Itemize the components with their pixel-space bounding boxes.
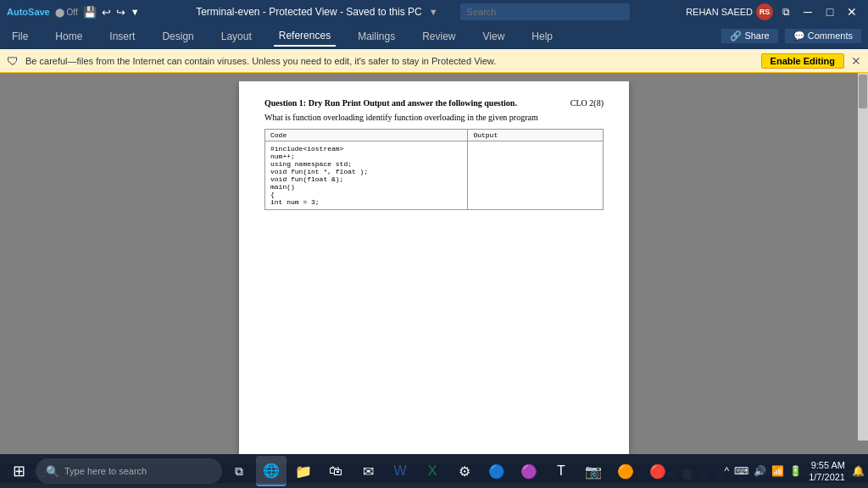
title-search-input[interactable] xyxy=(460,3,630,20)
system-icons: ^ ⌨ 🔊 📶 🔋 xyxy=(725,465,803,477)
close-protected-bar-button[interactable]: ✕ xyxy=(851,54,861,68)
keyboard-icon[interactable]: ⌨ xyxy=(734,465,748,477)
app2-button[interactable]: 🔵 xyxy=(481,456,512,486)
scrollbar[interactable] xyxy=(858,73,868,441)
edge-button[interactable]: 🌐 xyxy=(256,456,287,486)
battery-icon[interactable]: 🔋 xyxy=(789,465,802,477)
shield-icon: 🛡 xyxy=(7,54,19,68)
tab-design[interactable]: Design xyxy=(157,27,198,46)
tab-mailings[interactable]: Mailings xyxy=(353,27,400,46)
tab-help[interactable]: Help xyxy=(526,27,558,46)
protected-view-bar: 🛡 Be careful—files from the Internet can… xyxy=(0,49,868,73)
customize-icon[interactable]: ▼ xyxy=(131,7,140,17)
tab-view[interactable]: View xyxy=(478,27,510,46)
autosave-label: AutoSave xyxy=(7,7,50,17)
clock[interactable]: 9:55 AM 1/7/2021 xyxy=(809,459,845,484)
save-icon[interactable]: 💾 xyxy=(83,6,97,19)
notification-icon[interactable]: 🔔 xyxy=(852,465,865,477)
store-button[interactable]: 🛍 xyxy=(320,456,351,486)
title-bar-right: REHAN SAEED RS ⧉ ─ □ ✕ xyxy=(686,3,861,20)
scroll-thumb[interactable] xyxy=(859,75,867,108)
window-title: Terminal-even - Protected View - Saved t… xyxy=(196,6,422,18)
code-content: #include<iostream> num++; using namespac… xyxy=(265,141,468,210)
tab-file[interactable]: File xyxy=(7,27,33,46)
avatar: RS xyxy=(756,3,773,20)
search-icon: 🔍 xyxy=(46,465,59,478)
mail-button[interactable]: ✉ xyxy=(353,456,383,486)
table-row: #include<iostream> num++; using namespac… xyxy=(265,141,604,210)
ribbon: File Home Insert Design Layout Reference… xyxy=(0,24,868,49)
taskbar-right: ^ ⌨ 🔊 📶 🔋 9:55 AM 1/7/2021 🔔 xyxy=(725,459,865,484)
col-header-output: Output xyxy=(468,130,604,141)
app3-button[interactable]: 🟣 xyxy=(514,456,544,486)
chrome-button[interactable]: 🔴 xyxy=(643,456,673,486)
title-bar-center: Terminal-even - Protected View - Saved t… xyxy=(140,3,687,20)
wifi-icon[interactable]: 📶 xyxy=(771,465,784,477)
tab-home[interactable]: Home xyxy=(50,27,87,46)
document-page-1: Question 1: Dry Run Print Output and ans… xyxy=(239,81,629,454)
title-bar-left: AutoSave ⬤ Off 💾 ↩ ↪ ▼ xyxy=(7,6,140,19)
tab-references[interactable]: References xyxy=(274,26,336,47)
col-header-code: Code xyxy=(265,130,468,141)
redo-icon[interactable]: ↪ xyxy=(116,6,125,19)
tab-insert[interactable]: Insert xyxy=(104,27,140,46)
app5-button[interactable]: 🟠 xyxy=(610,456,641,486)
autosave-state: ⬤ Off xyxy=(55,8,78,17)
title-dropdown[interactable]: ▼ xyxy=(429,7,438,17)
taskbar-search[interactable]: 🔍 xyxy=(36,458,222,484)
question-header: Question 1: Dry Run Print Output and ans… xyxy=(264,98,604,108)
taskbar-search-input[interactable] xyxy=(64,466,212,476)
protected-message: Be careful—files from the Internet can c… xyxy=(25,56,754,66)
question-sub: What is function overloading identify fu… xyxy=(264,113,604,122)
user-info: REHAN SAEED RS xyxy=(686,3,773,20)
pages-container: Question 1: Dry Run Print Output and ans… xyxy=(0,81,868,456)
output-content xyxy=(468,141,604,210)
title-bar: AutoSave ⬤ Off 💾 ↩ ↪ ▼ Terminal-even - P… xyxy=(0,0,868,24)
app4-button[interactable]: 📷 xyxy=(578,456,609,486)
maximize-icon[interactable]: □ xyxy=(821,3,839,20)
code-table: Code Output #include<iostream> num++; us… xyxy=(264,129,604,210)
undo-icon[interactable]: ↩ xyxy=(102,6,111,19)
app1-button[interactable]: ⚙ xyxy=(449,456,480,486)
close-icon[interactable]: ✕ xyxy=(843,3,861,20)
minimize-icon[interactable]: ─ xyxy=(798,3,817,20)
question-title: Question 1: Dry Run Print Output and ans… xyxy=(264,98,517,108)
time: 9:55 AM xyxy=(809,459,845,471)
word-button[interactable]: W xyxy=(385,456,415,486)
comments-button[interactable]: 💬 Comments xyxy=(785,29,861,43)
tab-review[interactable]: Review xyxy=(417,27,460,46)
explorer-button[interactable]: 📁 xyxy=(288,456,319,486)
restore-window-icon[interactable]: ⧉ xyxy=(776,3,795,20)
user-name: REHAN SAEED xyxy=(686,7,753,17)
chevron-up-icon[interactable]: ^ xyxy=(725,465,730,477)
share-button[interactable]: 🔗 Share xyxy=(721,29,777,43)
clo-label: CLO 2(8) xyxy=(570,98,604,108)
excel-button[interactable]: X xyxy=(417,456,448,486)
start-button[interactable]: ⊞ xyxy=(3,456,34,486)
tab-layout[interactable]: Layout xyxy=(216,27,257,46)
task-view-button[interactable]: ⧉ xyxy=(224,456,254,486)
document-area: Question 1: Dry Run Print Output and ans… xyxy=(0,73,868,464)
teams-button[interactable]: T xyxy=(546,456,576,486)
date: 1/7/2021 xyxy=(809,471,845,483)
enable-editing-button[interactable]: Enable Editing xyxy=(761,53,844,69)
ribbon-actions: 🔗 Share 💬 Comments xyxy=(721,29,861,43)
speaker-icon[interactable]: 🔊 xyxy=(754,465,766,477)
taskbar: ⊞ 🔍 ⧉ 🌐 📁 🛍 ✉ W X ⚙ 🔵 🟣 T 📷 🟠 🔴 ^ ⌨ 🔊 📶 … xyxy=(0,454,868,488)
